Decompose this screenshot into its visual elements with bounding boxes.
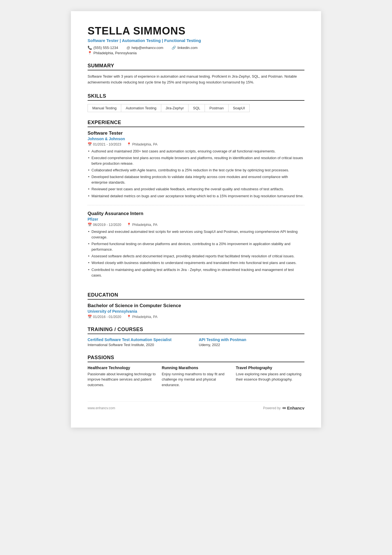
training-list: Certified Software Test Automation Speci…	[88, 337, 304, 347]
passion-desc: Passionate about leveraging technology t…	[88, 371, 156, 388]
skills-list: Manual TestingAutomation TestingJira-Zep…	[88, 104, 304, 112]
skill-item: Automation Testing	[121, 104, 161, 112]
email-contact: @ help@enhancv.com	[126, 46, 163, 50]
linkedin-contact: 🔗 linkedin.com	[172, 46, 197, 50]
phone-number: (555) 555-1234	[93, 46, 118, 50]
passions-section: PASSIONS Healthcare TechnologyPassionate…	[88, 355, 304, 388]
job-bullet: Contributed to maintaining and updating …	[88, 267, 304, 278]
job-bullet: Performed functional testing on diverse …	[88, 241, 304, 252]
skill-item: Postman	[205, 104, 228, 112]
passion-entry: Running MarathonsEnjoy running marathons…	[162, 366, 230, 388]
candidate-title: Software Tester | Automation Testing | F…	[88, 38, 304, 43]
skills-heading: SKILLS	[88, 93, 304, 101]
experience-entry: Quality Assurance InternPfizer📅 06/2019 …	[88, 211, 304, 284]
email-icon: @	[126, 46, 130, 50]
page-footer: www.enhancv.com Powered by ∞ Enhancv	[88, 401, 304, 411]
training-org: Udemy, 2022	[199, 343, 304, 347]
training-heading: TRAINING / COURSES	[88, 327, 304, 334]
job-bullet: Executed comprehensive test plans across…	[88, 155, 304, 166]
job-bullet: Maintained detailed metrics on bugs and …	[88, 193, 304, 199]
education-list: Bachelor of Science in Computer ScienceU…	[88, 303, 304, 319]
skills-section: SKILLS Manual TestingAutomation TestingJ…	[88, 93, 304, 112]
email-address: help@enhancv.com	[132, 46, 163, 50]
edu-school: University of Pennsylvania	[88, 309, 304, 314]
passion-entry: Travel PhotographyLove exploring new pla…	[236, 366, 304, 388]
training-section: TRAINING / COURSES Certified Software Te…	[88, 327, 304, 347]
skill-item: Jira-Zephyr	[161, 104, 189, 112]
experience-list: Software TesterJohnson & Johnson📅 01/202…	[88, 130, 304, 284]
location-contact: 📍 Philadelphia, Pennsylvania	[88, 51, 137, 55]
education-entry: Bachelor of Science in Computer ScienceU…	[88, 303, 304, 319]
experience-entry: Software TesterJohnson & Johnson📅 01/202…	[88, 130, 304, 205]
enhancv-logo: ∞ Enhancv	[282, 405, 304, 411]
job-title: Quality Assurance Intern	[88, 211, 304, 216]
job-bullet: Developed backend database testing proto…	[88, 174, 304, 185]
job-title: Software Tester	[88, 130, 304, 136]
job-dates: 📅 06/2019 - 12/2020	[88, 223, 121, 227]
skill-item: SoapUI	[228, 104, 250, 112]
training-name: Certified Software Test Automation Speci…	[88, 337, 193, 342]
training-entry: Certified Software Test Automation Speci…	[88, 337, 193, 347]
job-meta: 📅 01/2021 - 10/2023📍 Philadelphia, PA	[88, 142, 304, 146]
job-bullet: Collaborated effectively with Agile team…	[88, 167, 304, 173]
summary-text: Software Tester with 3 years of experien…	[88, 74, 304, 85]
summary-section: SUMMARY Software Tester with 3 years of …	[88, 63, 304, 85]
phone-icon: 📞	[88, 46, 92, 50]
job-bullet: Worked closely with business stakeholder…	[88, 260, 304, 266]
passion-title: Healthcare Technology	[88, 366, 156, 370]
job-company: Johnson & Johnson	[88, 137, 304, 141]
location-info: 📍 Philadelphia, Pennsylvania	[88, 51, 304, 55]
job-bullet: Designed and executed automated test scr…	[88, 229, 304, 240]
location-text: Philadelphia, Pennsylvania	[93, 51, 137, 55]
edu-location: 📍 Philadelphia, PA	[127, 315, 157, 319]
linkedin-icon: 🔗	[172, 46, 176, 50]
enhancv-symbol: ∞	[282, 405, 286, 411]
passion-desc: Love exploring new places and capturing …	[236, 371, 304, 382]
footer-powered: Powered by ∞ Enhancv	[263, 405, 304, 411]
linkedin-url: linkedin.com	[177, 46, 197, 50]
job-bullets: Designed and executed automated test scr…	[88, 229, 304, 278]
experience-heading: EXPERIENCE	[88, 120, 304, 127]
candidate-name: STELLA SIMMONS	[88, 25, 304, 37]
training-entry: API Testing with PostmanUdemy, 2022	[199, 337, 304, 347]
resume-page: STELLA SIMMONS Software Tester | Automat…	[71, 11, 321, 428]
summary-heading: SUMMARY	[88, 63, 304, 70]
passion-desc: Enjoy running marathons to stay fit and …	[162, 371, 230, 388]
passion-title: Running Marathons	[162, 366, 230, 370]
job-bullet: Authored and maintained 200+ test cases …	[88, 149, 304, 154]
skill-item: Manual Testing	[88, 104, 121, 112]
header: STELLA SIMMONS Software Tester | Automat…	[88, 25, 304, 55]
job-company: Pfizer	[88, 217, 304, 221]
education-section: EDUCATION Bachelor of Science in Compute…	[88, 292, 304, 319]
phone-contact: 📞 (555) 555-1234	[88, 46, 118, 50]
skill-item: SQL	[188, 104, 205, 112]
passion-title: Travel Photography	[236, 366, 304, 370]
enhancv-brand: Enhancv	[287, 406, 304, 410]
footer-url: www.enhancv.com	[88, 406, 115, 410]
job-location: 📍 Philadelphia, PA	[127, 223, 157, 227]
job-meta: 📅 06/2019 - 12/2020📍 Philadelphia, PA	[88, 223, 304, 227]
edu-dates: 📅 01/2016 - 01/2020	[88, 315, 121, 319]
job-bullets: Authored and maintained 200+ test cases …	[88, 149, 304, 199]
job-location: 📍 Philadelphia, PA	[127, 142, 157, 146]
job-bullet: Assessed software defects and documented…	[88, 253, 304, 259]
passions-list: Healthcare TechnologyPassionate about le…	[88, 366, 304, 388]
location-icon: 📍	[88, 51, 92, 55]
passions-heading: PASSIONS	[88, 355, 304, 362]
passion-entry: Healthcare TechnologyPassionate about le…	[88, 366, 156, 388]
powered-by-text: Powered by	[263, 406, 281, 410]
edu-meta: 📅 01/2016 - 01/2020📍 Philadelphia, PA	[88, 315, 304, 319]
education-heading: EDUCATION	[88, 292, 304, 300]
job-bullet: Reviewed peer test cases and provided va…	[88, 186, 304, 192]
training-name: API Testing with Postman	[199, 337, 304, 342]
edu-degree: Bachelor of Science in Computer Science	[88, 303, 304, 309]
contact-info: 📞 (555) 555-1234 @ help@enhancv.com 🔗 li…	[88, 46, 304, 50]
experience-section: EXPERIENCE Software TesterJohnson & John…	[88, 120, 304, 284]
job-dates: 📅 01/2021 - 10/2023	[88, 142, 121, 146]
training-org: International Software Test Institute, 2…	[88, 343, 193, 347]
